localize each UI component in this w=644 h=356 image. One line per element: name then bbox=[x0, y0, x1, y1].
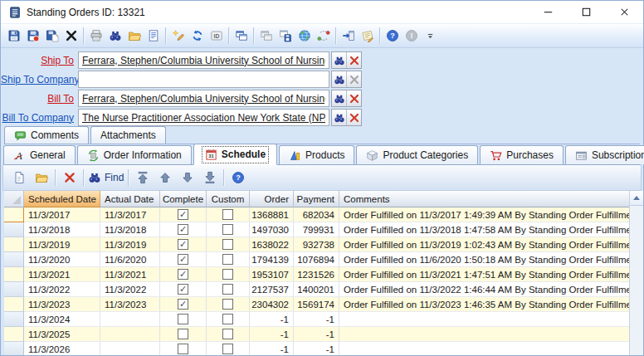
cell-comments[interactable] bbox=[339, 312, 629, 327]
save-and-close-icon[interactable] bbox=[23, 27, 42, 46]
custom-checkbox[interactable] bbox=[222, 239, 233, 250]
cell-payment[interactable]: 1231526 bbox=[294, 267, 339, 282]
cell-order[interactable]: 1368881 bbox=[250, 207, 294, 222]
cell-actual-date[interactable]: 11/6/2020 bbox=[100, 252, 160, 267]
ship-to-field[interactable]: Ferrara, Stephen/Columbia University Sch… bbox=[78, 51, 329, 69]
cell-scheduled-date[interactable]: 11/3/2024 bbox=[24, 312, 100, 327]
cell-comments[interactable]: Order Fulfilled on 11/3/2019 1:02:43 AM … bbox=[339, 237, 629, 252]
new-row-button[interactable] bbox=[7, 168, 30, 188]
bill-to-clear-button[interactable] bbox=[347, 90, 361, 106]
cell-comments[interactable]: Order Fulfilled on 11/6/2020 1:50:18 AM … bbox=[339, 252, 629, 267]
cell-payment[interactable]: 932738 bbox=[294, 237, 339, 252]
cell-scheduled-date[interactable]: 11/3/2022 bbox=[24, 282, 100, 297]
preview-report-icon[interactable] bbox=[144, 27, 163, 46]
cell-scheduled-date[interactable]: 11/3/2021 bbox=[24, 267, 100, 282]
custom-checkbox[interactable] bbox=[222, 284, 233, 295]
windows-icon[interactable] bbox=[256, 27, 276, 46]
row-selector[interactable] bbox=[4, 342, 24, 355]
custom-checkbox[interactable] bbox=[222, 254, 233, 265]
cell-payment[interactable]: -1 bbox=[294, 312, 339, 327]
complete-checkbox[interactable] bbox=[178, 224, 188, 235]
column-header-payment[interactable]: Payment bbox=[294, 191, 339, 207]
complete-checkbox[interactable] bbox=[178, 344, 188, 354]
save-icon[interactable] bbox=[4, 27, 23, 46]
column-header-complete[interactable]: Complete bbox=[160, 191, 207, 207]
move-first-button[interactable] bbox=[131, 168, 154, 188]
notes-icon[interactable] bbox=[358, 27, 377, 46]
tab-order-information[interactable]: Order Information bbox=[77, 145, 192, 164]
cell-payment[interactable]: 1076894 bbox=[294, 252, 339, 267]
column-header-order[interactable]: Order bbox=[250, 191, 294, 207]
cell-actual-date[interactable]: 11/3/2019 bbox=[100, 237, 160, 252]
bill-to-lookup-button[interactable] bbox=[332, 90, 347, 106]
cell-order[interactable]: 2304302 bbox=[250, 297, 294, 312]
copy-id-icon[interactable] bbox=[207, 27, 226, 46]
custom-checkbox[interactable] bbox=[222, 329, 233, 339]
cell-scheduled-date[interactable]: 11/3/2018 bbox=[24, 222, 100, 237]
cell-order[interactable]: -1 bbox=[250, 312, 294, 327]
row-selector[interactable] bbox=[4, 267, 24, 282]
move-down-button[interactable] bbox=[176, 168, 198, 188]
custom-checkbox[interactable] bbox=[222, 344, 233, 354]
bill-to-company-field[interactable]: The Nurse Practitioner Association New Y… bbox=[78, 109, 329, 126]
cell-comments[interactable]: Order Fulfilled on 11/3/2017 1:49:39 AM … bbox=[339, 207, 629, 222]
cell-payment[interactable]: -1 bbox=[294, 342, 339, 355]
bill-to-company-label[interactable]: Bill To Company bbox=[1, 112, 78, 124]
tab-comments[interactable]: Comments bbox=[4, 126, 89, 144]
cell-scheduled-date[interactable]: 11/3/2026 bbox=[24, 342, 100, 355]
move-up-button[interactable] bbox=[154, 168, 176, 188]
delete-row-button[interactable] bbox=[58, 168, 80, 188]
row-selector[interactable] bbox=[4, 207, 24, 222]
bill-to-field[interactable]: Ferrara, Stephen/Columbia University Sch… bbox=[78, 90, 329, 107]
open-row-button[interactable] bbox=[30, 168, 52, 188]
help-button[interactable] bbox=[227, 168, 249, 188]
column-header-scheduled-date[interactable]: Scheduled Date bbox=[24, 191, 100, 207]
cell-comments[interactable]: Order Fulfilled on 11/3/2021 1:47:51 AM … bbox=[339, 267, 629, 282]
cell-comments[interactable]: Order Fulfilled on 11/3/2018 1:47:58 AM … bbox=[339, 222, 629, 237]
open-in-window-icon[interactable] bbox=[232, 27, 251, 46]
cell-payment[interactable]: 682034 bbox=[294, 207, 339, 222]
custom-checkbox[interactable] bbox=[222, 299, 233, 310]
cell-payment[interactable]: 799931 bbox=[294, 222, 339, 237]
vertical-scrollbar[interactable] bbox=[629, 191, 643, 355]
complete-checkbox[interactable] bbox=[178, 239, 188, 250]
cell-actual-date[interactable] bbox=[100, 342, 160, 355]
find-button[interactable]: Find bbox=[86, 168, 125, 188]
cell-comments[interactable]: Order Fulfilled on 11/3/2022 1:46:44 AM … bbox=[339, 282, 629, 297]
tab-schedule[interactable]: Schedule bbox=[193, 144, 277, 165]
print-icon[interactable] bbox=[86, 27, 105, 46]
cell-payment[interactable]: 1400201 bbox=[294, 282, 339, 297]
ship-to-company-field[interactable] bbox=[78, 71, 329, 88]
bill-to-company-clear-button[interactable] bbox=[347, 110, 361, 125]
refresh-icon[interactable] bbox=[188, 27, 207, 46]
cell-scheduled-date[interactable]: 11/3/2025 bbox=[24, 327, 100, 342]
tab-attachments[interactable]: Attachments bbox=[90, 126, 166, 144]
ship-to-company-lookup-button[interactable] bbox=[332, 71, 347, 87]
custom-checkbox[interactable] bbox=[222, 209, 233, 220]
complete-checkbox[interactable] bbox=[178, 299, 188, 310]
help-icon[interactable] bbox=[383, 27, 402, 46]
column-header-custom[interactable]: Custom bbox=[207, 191, 250, 207]
row-selector[interactable] bbox=[4, 327, 24, 342]
scroll-up-button[interactable] bbox=[630, 191, 643, 206]
web-icon[interactable] bbox=[295, 27, 314, 46]
complete-checkbox[interactable] bbox=[178, 209, 188, 220]
row-selector[interactable] bbox=[4, 282, 24, 297]
minimize-button[interactable] bbox=[529, 1, 567, 23]
custom-checkbox[interactable] bbox=[222, 314, 233, 324]
save-layout-icon[interactable] bbox=[276, 27, 295, 46]
new-edit-icon[interactable] bbox=[168, 27, 188, 46]
complete-checkbox[interactable] bbox=[178, 314, 188, 324]
cell-actual-date[interactable]: 11/3/2017 bbox=[100, 207, 160, 222]
cell-payment[interactable]: -1 bbox=[294, 327, 339, 342]
cell-scheduled-date[interactable]: 11/3/2023 bbox=[24, 297, 100, 312]
cell-scheduled-date[interactable]: 11/3/2019 bbox=[24, 237, 100, 252]
cell-comments[interactable] bbox=[339, 342, 629, 355]
ship-to-company-label[interactable]: Ship To Company bbox=[1, 74, 78, 85]
move-last-button[interactable] bbox=[198, 168, 221, 188]
maximize-button[interactable] bbox=[567, 1, 605, 23]
cell-comments[interactable] bbox=[339, 327, 629, 342]
bill-to-company-lookup-button[interactable] bbox=[332, 110, 347, 125]
row-selector[interactable] bbox=[4, 252, 24, 267]
cell-order[interactable]: -1 bbox=[250, 327, 294, 342]
